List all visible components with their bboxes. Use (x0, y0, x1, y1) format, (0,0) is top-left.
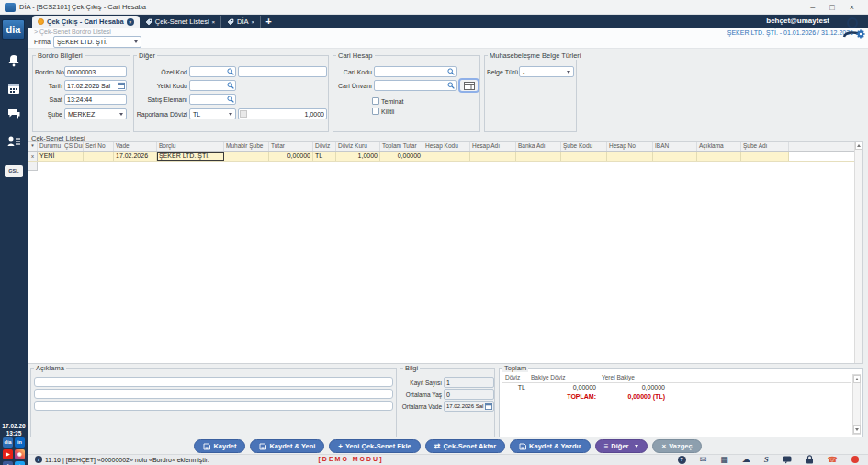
col-doviz-kuru[interactable]: Döviz Kuru (336, 142, 380, 151)
col-toplam-tutar[interactable]: Toplam Tutar (380, 142, 423, 151)
gsl-badge[interactable]: GSL (5, 165, 23, 177)
scroll-down-icon[interactable] (853, 425, 861, 434)
yeni-cek-senet-ekle-button[interactable]: + Yeni Çek-Senet Ekle (329, 439, 420, 453)
phone-icon[interactable]: ☎ (828, 455, 838, 464)
instagram-icon[interactable]: ◉ (15, 449, 25, 459)
cell-toplam-tutar[interactable]: 0,00000 (380, 152, 423, 161)
signature-icon[interactable]: S (764, 455, 769, 464)
col-borclu[interactable]: Borçlu (157, 142, 224, 151)
tab-cek-cikis-cari-hesaba[interactable]: Çek Çıkış - Cari Hesaba × (32, 16, 140, 28)
raporlama-kur-input[interactable] (238, 108, 327, 119)
kaydet-yazdir-button[interactable]: Kaydet & Yazdır (510, 439, 591, 453)
cloud-icon[interactable]: ☁ (742, 455, 750, 464)
dia-logo[interactable]: dia (2, 19, 25, 40)
calendar-icon[interactable] (485, 403, 492, 410)
col-tutar[interactable]: Tutar (269, 142, 313, 151)
cell-muhabir-sube[interactable] (224, 152, 269, 161)
tab-close-icon[interactable]: × (212, 19, 216, 25)
contact-list-icon[interactable] (6, 134, 21, 149)
saat-input[interactable] (64, 94, 127, 105)
twitter-icon[interactable]: t (15, 461, 25, 465)
kaydet-yeni-button[interactable]: Kaydet & Yeni (250, 439, 324, 453)
cell-cs-duru[interactable] (62, 152, 84, 161)
cell-hesap-kodu[interactable] (423, 152, 470, 161)
kilitli-checkbox[interactable] (372, 108, 379, 115)
cell-sube-kodu[interactable] (561, 152, 607, 161)
cari-kodu-input[interactable] (374, 66, 457, 77)
tab-dia[interactable]: DİA × (221, 16, 261, 28)
aciklama-line3-input[interactable] (34, 401, 393, 411)
notifications-bell-icon[interactable] (6, 53, 21, 68)
search-icon[interactable] (447, 82, 455, 89)
facebook-icon[interactable]: f (3, 461, 13, 465)
cell-hesap-adi[interactable] (470, 152, 516, 161)
toplam-scrollbar[interactable] (852, 374, 861, 435)
lock-icon[interactable] (806, 455, 814, 464)
grid-select-all[interactable]: ▼ (28, 142, 38, 151)
dia-social-icon[interactable]: dia (3, 437, 13, 448)
scroll-up-icon[interactable] (853, 375, 861, 383)
new-row-placeholder[interactable] (28, 162, 862, 171)
row-marker[interactable]: x (28, 152, 38, 161)
cell-doviz[interactable]: TL (313, 152, 336, 161)
cell-durumu[interactable]: YENİ (38, 152, 62, 161)
col-iban[interactable]: IBAN (653, 142, 697, 151)
help-icon[interactable]: ? (678, 456, 686, 464)
record-icon[interactable] (851, 456, 859, 463)
col-hesap-no[interactable]: Hesap No (607, 142, 653, 151)
aciklama-line1-input[interactable] (34, 377, 393, 387)
firma-select[interactable]: ŞEKER LTD. ŞTİ. (53, 36, 141, 48)
tab-close-icon[interactable]: × (252, 19, 255, 25)
aciklama-line2-input[interactable] (34, 389, 393, 399)
cell-doviz-kuru[interactable]: 1,0000 (336, 152, 380, 161)
grid-scrollbar[interactable] (854, 142, 862, 363)
open-cari-card-button[interactable] (458, 78, 479, 93)
calendar-icon[interactable] (6, 81, 21, 96)
table-row[interactable]: x YENİ 17.02.2026 ŞEKER LTD. ŞTİ. 0,0000… (28, 152, 862, 162)
search-icon[interactable] (227, 96, 234, 103)
diger-button[interactable]: ≡ Diğer (595, 439, 648, 453)
cell-iban[interactable] (653, 152, 697, 161)
cari-unvani-input[interactable] (374, 80, 457, 91)
sube-select[interactable]: MERKEZ (64, 108, 127, 119)
linkedin-icon[interactable]: in (15, 437, 25, 448)
col-aciklama[interactable]: Açıklama (697, 142, 741, 151)
col-durumu[interactable]: Durumu (38, 142, 62, 151)
cell-borclu[interactable]: ŞEKER LTD. ŞTİ. (157, 152, 224, 161)
tab-close-icon[interactable]: × (127, 18, 134, 26)
kaydet-button[interactable]: Kaydet (194, 439, 245, 453)
col-banka-adi[interactable]: Banka Adı (516, 142, 561, 151)
vazgec-button[interactable]: × Vazgeç (652, 439, 701, 453)
bordro-no-input[interactable] (64, 66, 127, 77)
col-hesap-adi[interactable]: Hesap Adı (470, 142, 516, 151)
tab-cek-senet-listesi[interactable]: Çek-Senet Listesi × (140, 16, 221, 28)
teminat-checkbox[interactable] (372, 97, 379, 105)
chat-bubble-icon[interactable] (783, 456, 792, 464)
cek-senet-aktar-button[interactable]: ⇄ Çek-Senet Aktar (425, 439, 505, 453)
cell-banka-adi[interactable] (516, 152, 561, 161)
user-profile-icon[interactable] (840, 16, 866, 40)
new-tab-button[interactable]: + (265, 16, 271, 28)
chat-icon[interactable] (6, 107, 21, 121)
scroll-up-icon[interactable] (855, 142, 862, 150)
youtube-icon[interactable]: ▶ (3, 449, 13, 459)
minimize-button[interactable]: – (810, 3, 815, 12)
col-muhabir-sube[interactable]: Muhabir Şube (224, 142, 269, 151)
cell-tutar[interactable]: 0,00000 (269, 152, 313, 161)
mail-icon[interactable]: ✉ (700, 455, 707, 464)
col-sube-adi[interactable]: Şube Adı (741, 142, 789, 151)
cell-aciklama[interactable] (697, 152, 741, 161)
cell-hesap-no[interactable] (607, 152, 653, 161)
calendar-icon[interactable] (118, 82, 125, 89)
cell-sube-adi[interactable] (741, 152, 789, 161)
raporlama-dovizi-select[interactable]: TL (189, 108, 236, 119)
qr-code-icon[interactable]: ▦ (720, 455, 728, 464)
cell-vade[interactable]: 17.02.2026 (114, 152, 157, 161)
search-icon[interactable] (447, 68, 455, 75)
ozel-kod-aciklama-input[interactable] (238, 66, 327, 77)
belge-turu-select[interactable]: - (519, 66, 574, 77)
col-hesap-kodu[interactable]: Hesap Kodu (423, 142, 470, 151)
close-button[interactable]: × (850, 3, 854, 12)
col-cs-duru[interactable]: ÇS Duru (62, 142, 84, 151)
maximize-button[interactable]: □ (829, 3, 834, 12)
